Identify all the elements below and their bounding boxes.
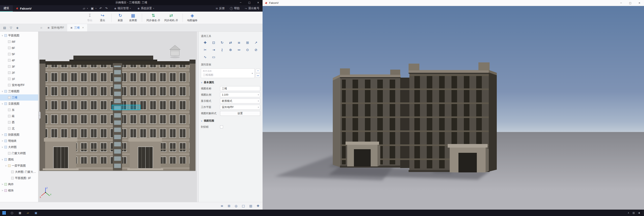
logout-button[interactable]: ↪ 退出账号 (245, 7, 259, 10)
tree-item-24[interactable]: >构件 (0, 181, 38, 187)
tree-caret[interactable]: > (2, 140, 4, 142)
filter-icon[interactable]: ▽ (8, 26, 14, 30)
columns-icon[interactable]: ▥ (249, 204, 252, 208)
tool-trim-button[interactable]: ✂ (201, 47, 209, 52)
tree-item-23[interactable]: 平面视图: 1F (0, 175, 38, 181)
tree-item-10[interactable]: 三维 (0, 94, 38, 100)
chevron-down-icon[interactable]: ▾ (87, 8, 89, 10)
viewport-3d[interactable]: Z X Y ‹ (38, 32, 197, 202)
maximize-button[interactable]: □ (245, 0, 254, 5)
open-button[interactable]: ▱ (82, 7, 86, 10)
menu-system-settings[interactable]: ◉ 系统设置 ▾ (138, 7, 155, 10)
search-button[interactable]: ○ (8, 209, 16, 216)
app-pinned-button[interactable]: ▣ (32, 209, 40, 216)
help-button[interactable]: ? 帮助 (230, 7, 240, 10)
ribbon-export-button[interactable]: ↧导出 (84, 12, 96, 24)
tree-item-4[interactable]: 4F (0, 57, 38, 63)
tool-array-button[interactable]: ⊞ (243, 40, 252, 45)
ribbon-sync-camera-button[interactable]: ⇄同步相机-开 (162, 12, 180, 24)
tree-item-5[interactable]: 3F (0, 63, 38, 70)
tree-caret[interactable]: ∨ (2, 34, 4, 37)
tree-item-7[interactable]: 1F (0, 76, 38, 82)
start-button[interactable] (0, 209, 8, 216)
tree-item-3[interactable]: 5F (0, 51, 38, 57)
undo-button[interactable]: ↶ (98, 7, 103, 10)
tool-ruler-button[interactable]: ▭ (209, 54, 218, 60)
property-select-field-1[interactable]: 1:100▾ (220, 92, 260, 97)
feedback-button[interactable]: ✉ 反馈 (216, 7, 225, 10)
close-button[interactable]: ✕ (254, 0, 262, 5)
tree-item-17[interactable]: >明细表 (0, 138, 38, 144)
tree-item-6[interactable]: 2F (0, 70, 38, 76)
module-tab-architecture[interactable]: 建筑 (0, 5, 13, 12)
close-button[interactable]: ✕ (635, 0, 644, 6)
tree-item-1[interactable]: RF (0, 39, 38, 45)
view-list-icon[interactable]: ≡ (221, 204, 223, 208)
tree-caret[interactable]: ∨ (2, 102, 4, 105)
tree-caret[interactable]: > (2, 189, 4, 192)
ribbon-exit-button[interactable]: ↪退出 (96, 12, 109, 24)
property-text-field-0[interactable]: 三维 (220, 86, 260, 91)
chevron-down-icon[interactable]: ▾ (96, 8, 98, 10)
ribbon-render-image-button[interactable]: ▦效果图 (127, 12, 140, 24)
file-explorer-button[interactable]: ▱ (24, 209, 32, 216)
tool-align-button[interactable]: ≡ (235, 40, 243, 45)
ribbon-map-offset-button[interactable]: ◈地图偏移 (185, 12, 200, 24)
redo-button[interactable]: ↷ (104, 7, 109, 10)
tree-item-21[interactable]: ∨一层平面图 (0, 163, 38, 169)
tree-item-12[interactable]: 东 (0, 107, 38, 113)
tree-caret[interactable]: ∨ (2, 90, 4, 92)
tree-item-18[interactable]: ∨大样图 (0, 144, 38, 150)
element-type-selector[interactable]: 构件名称 三维视图 ▾ (201, 68, 254, 78)
collapse-sidebar-handle[interactable]: ‹ (38, 112, 40, 119)
views-home-button[interactable]: ▫ (38, 24, 44, 31)
show-desktop-button[interactable] (643, 209, 644, 216)
tree-item-22[interactable]: 大样图: 门窗大样图 (0, 169, 38, 175)
crosshair-icon[interactable]: ✚ (257, 204, 259, 208)
tool-delete-button[interactable]: ⊘ (252, 47, 260, 52)
clip-box-checkbox[interactable] (220, 125, 223, 128)
list-button[interactable]: ≔ (256, 74, 260, 78)
menu-project-management[interactable]: ◉ 项目管理 ▾ (114, 7, 132, 10)
tray-network-icon[interactable]: ▤ (632, 211, 634, 214)
view-cube[interactable] (168, 43, 182, 60)
tree-item-0[interactable]: ∨平面视图 (0, 32, 38, 39)
tool-copy-button[interactable]: ⊡ (209, 40, 218, 45)
selected-element-highlight[interactable] (112, 105, 140, 110)
tool-pin-button[interactable]: ⊙ (243, 47, 252, 52)
tree-item-20[interactable]: ∨图纸 (0, 156, 38, 163)
property-select-field-2[interactable]: 材质模式▾ (220, 98, 260, 103)
render-viewport[interactable] (262, 6, 644, 209)
task-view-button[interactable]: ▦ (16, 209, 24, 216)
tool-mirror-button[interactable]: ⇄ (226, 40, 234, 45)
view-tab-1[interactable]: ▣三维✕ (67, 24, 87, 31)
property-select-field-3[interactable]: 室外地坪F▾ (220, 105, 260, 110)
tray-volume-icon[interactable]: ◀ (638, 211, 640, 214)
add-button[interactable]: + (256, 69, 260, 73)
panel-icon[interactable]: ▤ (2, 26, 7, 30)
tree-caret[interactable]: ∨ (5, 165, 8, 167)
ribbon-refresh-button[interactable]: ↻刷新 (114, 12, 127, 24)
section-basic-properties[interactable]: ∨ 基本属性 (201, 81, 260, 84)
tree-caret[interactable]: > (2, 183, 4, 185)
panel-divider[interactable] (197, 32, 198, 202)
tree-item-13[interactable]: 南 (0, 113, 38, 119)
layout-grid-icon[interactable]: ⊞ (228, 204, 230, 208)
tree-caret[interactable]: > (2, 134, 4, 136)
tool-rotate-button[interactable]: ↻ (218, 40, 226, 45)
maximize-button[interactable]: □ (626, 0, 635, 6)
snap-icon[interactable]: ◎ (234, 204, 238, 208)
tree-item-16[interactable]: >剖面视图 (0, 132, 38, 138)
tree-item-19[interactable]: 门窗大样图 (0, 150, 38, 156)
axis-icon[interactable]: ◈ (15, 26, 20, 30)
bim-titlebar[interactable]: 示例项目 - 三维视图: 三维 ─□✕ (0, 0, 262, 5)
tool-move-button[interactable]: ✚ (201, 40, 209, 45)
tree-caret[interactable]: ∨ (2, 146, 4, 148)
tree-item-14[interactable]: 西 (0, 119, 38, 125)
tree-item-15[interactable]: 北 (0, 125, 38, 132)
minimize-button[interactable]: ─ (616, 0, 626, 6)
selection-icon[interactable]: □ (242, 204, 245, 208)
save-button[interactable]: ▣ (90, 7, 95, 10)
ribbon-sync-edit-button[interactable]: ⇅同步修改-开 (144, 12, 162, 24)
tray-up-icon[interactable]: ∧ (628, 211, 630, 214)
